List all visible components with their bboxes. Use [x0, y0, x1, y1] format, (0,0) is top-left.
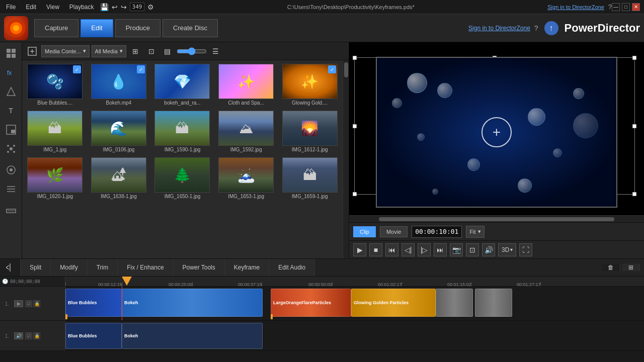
- 3d-toggle[interactable]: 3D ▾: [498, 243, 516, 256]
- audio-mute-button[interactable]: ☑: [25, 332, 32, 339]
- tool-audio[interactable]: [2, 161, 20, 179]
- power-tools-button[interactable]: Power Tools: [174, 259, 225, 276]
- toolbar-save-icon[interactable]: 💾: [100, 3, 109, 11]
- audio-type-icon[interactable]: 🔊: [14, 332, 23, 339]
- fix-enhance-button[interactable]: Fix / Enhance: [118, 259, 173, 276]
- tool-title[interactable]: T: [2, 102, 20, 120]
- media-item-5[interactable]: 🏔 IMG_1.jpg: [24, 109, 86, 154]
- audio-lock-button[interactable]: 🔒: [33, 332, 40, 339]
- playhead-marker[interactable]: [122, 277, 132, 286]
- media-item-3[interactable]: ✨ Cloth and Spa...: [215, 62, 277, 107]
- snapshot-button[interactable]: 📷: [450, 243, 463, 256]
- tool-chapters[interactable]: [2, 180, 20, 198]
- corner-handle-tr[interactable]: [632, 56, 636, 60]
- produce-button[interactable]: Produce: [115, 19, 160, 37]
- video-clip-5[interactable]: [475, 289, 512, 317]
- media-item-6[interactable]: 🌊 IMG_0106.jpg: [88, 109, 150, 154]
- upgrade-icon[interactable]: ↑: [544, 21, 558, 35]
- media-filter-icon[interactable]: ▤: [160, 44, 175, 58]
- split-icon-button[interactable]: [0, 259, 21, 276]
- play-button[interactable]: ▶: [353, 243, 366, 256]
- toolbar-redo-icon[interactable]: ↪: [121, 3, 127, 11]
- media-item-1[interactable]: 💧 ✓ Bokeh.mp4: [88, 62, 150, 107]
- stop-button[interactable]: ■: [369, 243, 382, 256]
- edge-handle-right[interactable]: [632, 124, 636, 128]
- tool-subtitle[interactable]: [2, 199, 20, 217]
- trim-button[interactable]: Trim: [88, 259, 118, 276]
- media-item-12[interactable]: 🌲 IMG_1650-1.jpg: [151, 156, 213, 201]
- video-clip-1[interactable]: Bokeh: [122, 289, 263, 317]
- menu-file[interactable]: File: [4, 3, 18, 12]
- audio-clip-1[interactable]: Bokeh: [122, 323, 263, 349]
- split-button[interactable]: Split: [21, 259, 51, 276]
- edge-handle-left[interactable]: [353, 124, 357, 128]
- capture-button[interactable]: Capture: [34, 19, 78, 37]
- media-item-0[interactable]: 🫧 ✓ Blue Bubbles....: [24, 62, 86, 107]
- fit-dropdown[interactable]: Fit ▾: [466, 226, 484, 238]
- corner-handle-bl[interactable]: [353, 192, 357, 196]
- media-scrollbar[interactable]: [343, 60, 349, 258]
- toolbar-undo-icon[interactable]: ↩: [112, 3, 118, 11]
- media-storyboard-icon[interactable]: ⊡: [144, 44, 158, 58]
- delete-button[interactable]: 🗑: [602, 264, 620, 271]
- step-fwd-button[interactable]: ⏭: [434, 243, 447, 256]
- menu-edit[interactable]: Edit: [24, 3, 38, 12]
- tool-particles[interactable]: [2, 140, 20, 158]
- help-top-icon[interactable]: ?: [534, 24, 538, 32]
- grid-button[interactable]: ⊞: [622, 264, 640, 271]
- video-clip-3[interactable]: Glowing Golden Particles: [351, 289, 436, 317]
- tool-pip[interactable]: [2, 121, 20, 139]
- movie-tab[interactable]: Movie: [380, 226, 408, 237]
- audio-clip-0[interactable]: Blue Bubbles: [65, 323, 122, 349]
- close-button[interactable]: ✕: [632, 3, 640, 11]
- media-item-2[interactable]: 💎 bokeh_and_ra...: [151, 62, 213, 107]
- tool-transitions[interactable]: [2, 82, 20, 101]
- create-disc-button[interactable]: Create Disc: [163, 19, 218, 37]
- fullscreen-button[interactable]: ⛶: [519, 243, 532, 256]
- media-filter-dropdown[interactable]: All Media ▾: [92, 45, 126, 57]
- maximize-button[interactable]: □: [622, 3, 630, 11]
- media-item-11[interactable]: 🏕 IMG_1638-1.jpg: [88, 156, 150, 201]
- media-item-14[interactable]: 🏔 IMG_1659-1.jpg: [279, 156, 341, 201]
- modify-button[interactable]: Modify: [51, 259, 87, 276]
- media-import-icon[interactable]: [25, 44, 39, 58]
- media-item-8[interactable]: ⛰ IMG_1592.jpg: [215, 109, 277, 154]
- sign-in-top[interactable]: Sign in to DirectorZone: [468, 25, 530, 32]
- menu-playback[interactable]: Playback: [67, 3, 96, 12]
- media-item-7[interactable]: 🏔 IMG_1590-1.jpg: [151, 109, 213, 154]
- frame-back-button[interactable]: ◁|: [401, 243, 415, 256]
- playhead[interactable]: [122, 287, 122, 320]
- frame-fwd-button[interactable]: |▷: [418, 243, 431, 256]
- video-clip-0[interactable]: Blue Bubbles: [65, 289, 122, 317]
- menu-view[interactable]: View: [44, 3, 61, 12]
- track-lock-button[interactable]: 🔒: [33, 300, 40, 307]
- sign-in-link[interactable]: Sign in to DirectorZone: [547, 4, 604, 10]
- media-item-13[interactable]: 🗻 IMG_1653-1.jpg: [215, 156, 277, 201]
- minimize-button[interactable]: —: [612, 3, 620, 11]
- edit-audio-button[interactable]: Edit Audio: [269, 259, 315, 276]
- clip-tab[interactable]: Clip: [353, 226, 376, 237]
- corner-handle-tl[interactable]: [353, 56, 357, 60]
- media-size-slider[interactable]: [177, 47, 207, 55]
- media-content-dropdown[interactable]: Media Conte... ▾: [41, 45, 90, 57]
- preview-hscroll[interactable]: [349, 215, 644, 222]
- help-icon[interactable]: ?: [608, 3, 612, 11]
- media-list-view-icon[interactable]: ☰: [209, 44, 223, 58]
- edit-button[interactable]: Edit: [80, 19, 113, 37]
- tool-effects[interactable]: fx: [2, 63, 20, 81]
- toolbar-settings-icon[interactable]: ⚙: [147, 3, 154, 11]
- step-back-button[interactable]: ⏮: [385, 243, 398, 256]
- tool-media[interactable]: [2, 44, 20, 62]
- media-item-9[interactable]: 🌄 IMG_1612-1.jpg: [279, 109, 341, 154]
- track-type-icon[interactable]: ▶: [14, 300, 23, 307]
- track-mute-button[interactable]: ☑: [25, 300, 32, 307]
- keyframe-button[interactable]: Keyframe: [225, 259, 269, 276]
- corner-handle-br[interactable]: [632, 192, 636, 196]
- media-grid-view-icon[interactable]: ⊞: [128, 44, 142, 58]
- media-item-10[interactable]: 🌿 IMG_1620-1.jpg: [24, 156, 86, 201]
- pip-button[interactable]: ⊡: [466, 243, 479, 256]
- video-clip-4[interactable]: [436, 289, 473, 317]
- media-item-4[interactable]: ✨ ✓ Glowing Gold....: [279, 62, 341, 107]
- audio-button[interactable]: 🔊: [482, 243, 495, 256]
- video-clip-2[interactable]: LargeOrangeFlareParticles: [271, 289, 351, 317]
